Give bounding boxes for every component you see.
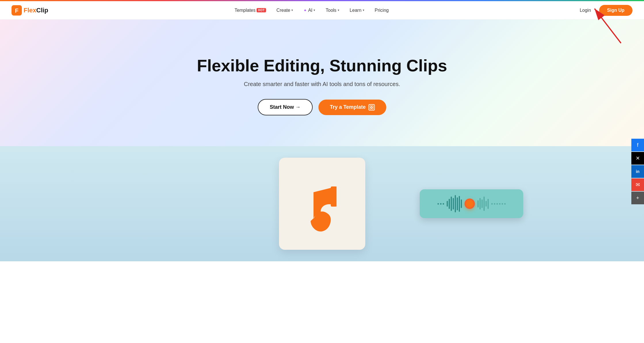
waveform-bar	[486, 201, 487, 207]
svg-rect-9	[331, 186, 337, 207]
nav-tools[interactable]: Tools ▾	[322, 5, 343, 15]
svg-rect-5	[372, 106, 373, 107]
hero-buttons: Start Now → Try a Template	[258, 99, 387, 115]
login-button[interactable]: Login	[575, 5, 595, 15]
svg-rect-6	[370, 108, 371, 109]
hero-section: Flexible Editing, Stunning Clips Create …	[0, 20, 644, 146]
try-template-button[interactable]: Try a Template	[318, 100, 387, 115]
plus-icon: +	[636, 195, 639, 201]
twitter-icon: ✕	[636, 155, 640, 161]
start-now-label: Start Now →	[270, 104, 301, 110]
waveform-bar	[449, 199, 450, 209]
email-icon: ✉	[636, 182, 640, 188]
create-label: Create	[276, 8, 290, 13]
pricing-label: Pricing	[375, 8, 389, 13]
linkedin-icon: in	[636, 169, 639, 174]
email-share-button[interactable]: ✉	[631, 178, 644, 191]
learn-label: Learn	[350, 8, 362, 13]
audio-waveform-card	[420, 189, 523, 218]
facebook-icon: f	[637, 142, 638, 148]
header-actions: Login Sign Up	[575, 5, 632, 16]
more-share-button[interactable]: +	[631, 192, 644, 204]
waveform-bar	[459, 196, 460, 212]
nav-ai[interactable]: ✦ AI ▾	[299, 5, 319, 15]
nav-create[interactable]: Create ▾	[272, 5, 297, 15]
templates-label: Templates	[235, 8, 256, 13]
lower-section	[0, 146, 644, 261]
nav-templates[interactable]: Templates HOT	[231, 5, 270, 15]
ai-label: AI	[308, 8, 312, 13]
nav-learn[interactable]: Learn ▾	[346, 5, 368, 15]
hero-subtitle: Create smarter and faster with AI tools …	[244, 81, 400, 87]
signup-button[interactable]: Sign Up	[599, 5, 632, 16]
ai-chevron: ▾	[314, 8, 315, 12]
ai-star-icon: ✦	[303, 8, 307, 13]
waveform-bar	[455, 195, 456, 212]
tools-label: Tools	[326, 8, 336, 13]
music-card	[279, 158, 365, 250]
waveform-bar	[457, 197, 458, 210]
twitter-share-button[interactable]: ✕	[631, 152, 644, 165]
svg-rect-4	[370, 106, 371, 107]
social-sidebar: f ✕ in ✉ +	[631, 139, 644, 204]
facebook-share-button[interactable]: f	[631, 139, 644, 151]
flexclip-logo-icon: F	[12, 5, 22, 16]
template-icon	[368, 104, 375, 110]
music-note-icon	[299, 175, 345, 233]
try-template-label: Try a Template	[330, 104, 366, 110]
nav-pricing[interactable]: Pricing	[371, 5, 393, 15]
waveform-bar	[447, 201, 448, 207]
waveform-bar	[479, 198, 481, 209]
svg-text:F: F	[15, 7, 18, 14]
waveform-bar	[477, 200, 479, 207]
main-nav: Templates HOT Create ▾ ✦ AI ▾ Tools ▾ Le…	[231, 5, 393, 15]
linkedin-share-button[interactable]: in	[631, 165, 644, 178]
hero-title: Flexible Editing, Stunning Clips	[197, 56, 447, 75]
header: F FlexClip Templates HOT Create ▾ ✦ AI ▾…	[0, 1, 644, 20]
learn-chevron: ▾	[363, 8, 364, 12]
waveform-bar	[488, 199, 489, 209]
hot-badge: HOT	[257, 8, 266, 12]
tools-chevron: ▾	[338, 8, 339, 12]
svg-rect-7	[372, 108, 373, 109]
waveform-bar	[481, 199, 483, 208]
logo[interactable]: F FlexClip	[12, 5, 48, 16]
waveform-playhead	[465, 199, 475, 209]
waveform-bar	[484, 197, 485, 211]
start-now-button[interactable]: Start Now →	[258, 99, 313, 115]
waveform-bar	[451, 197, 452, 211]
waveform-bar	[461, 199, 462, 208]
create-chevron: ▾	[291, 8, 293, 12]
waveform-bar	[453, 198, 454, 209]
svg-point-8	[314, 211, 330, 228]
logo-text: FlexClip	[24, 7, 48, 14]
